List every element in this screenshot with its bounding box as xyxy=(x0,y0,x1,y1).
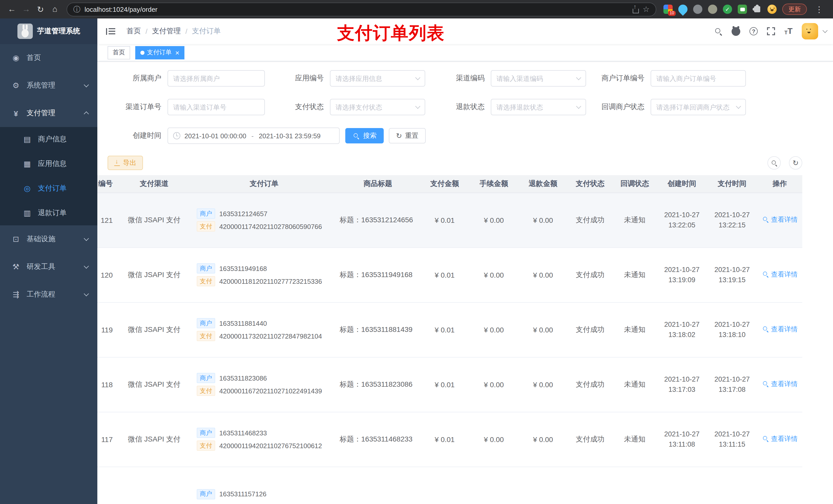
breadcrumb-current: 支付订单 xyxy=(192,27,221,36)
extension-globe-icon[interactable] xyxy=(693,5,703,14)
help-icon[interactable] xyxy=(749,27,758,35)
sidebar-item-home[interactable]: 首页 xyxy=(0,44,97,72)
channel-order-no-field[interactable] xyxy=(168,99,265,115)
toggle-search-button[interactable] xyxy=(767,156,781,170)
date-start[interactable]: 2021-10-01 00:00:00 xyxy=(185,132,246,140)
chevron-down-icon xyxy=(576,75,581,80)
browser-forward-icon[interactable] xyxy=(20,3,33,16)
merchant-order-no: 1635311823086 xyxy=(219,374,267,382)
pay-status-select[interactable] xyxy=(330,99,425,115)
pay-channel: 微信 JSAPI 支付 xyxy=(116,247,193,302)
browser-profile-avatar[interactable] xyxy=(767,5,777,14)
target-icon xyxy=(23,184,32,193)
chevron-down-icon xyxy=(84,236,89,241)
sidebar-item-refund-order[interactable]: 退款订单 xyxy=(0,201,97,225)
browser-update-button[interactable]: 更新 xyxy=(782,4,807,15)
tab-home[interactable]: 首页 xyxy=(108,46,130,59)
channel-code-input[interactable] xyxy=(496,74,574,82)
sidebar-item-payment[interactable]: 支付管理 xyxy=(0,99,97,127)
extension-check-icon[interactable] xyxy=(723,5,732,14)
merchant-order-no: 1635311468233 xyxy=(219,429,267,437)
share-icon[interactable] xyxy=(633,8,639,13)
pay-amount: ¥ 0.01 xyxy=(420,412,469,466)
view-detail-label: 查看详情 xyxy=(771,325,798,334)
table-tool-icons xyxy=(767,156,802,170)
merchant-order-no-input[interactable] xyxy=(656,74,740,82)
view-detail-link[interactable]: 查看详情 xyxy=(762,215,798,224)
site-info-icon[interactable] xyxy=(73,6,80,13)
date-end[interactable]: 2021-10-31 23:59:59 xyxy=(259,132,320,140)
view-detail-link[interactable]: 查看详情 xyxy=(762,380,798,389)
sidebar-item-pay-order[interactable]: 支付订单 xyxy=(0,176,97,201)
notify-status-select[interactable] xyxy=(651,99,746,115)
extension-colorful-icon[interactable]: 10 xyxy=(663,5,673,14)
app-title: 芋道管理系统 xyxy=(37,27,80,36)
app-input[interactable] xyxy=(336,74,413,82)
col-channel: 支付渠道 xyxy=(116,175,193,193)
app-logo-area[interactable]: 芋道管理系统 xyxy=(0,19,97,44)
refund-status-input[interactable] xyxy=(496,103,574,111)
merchant-input[interactable] xyxy=(173,74,259,82)
date-range-picker[interactable]: 2021-10-01 00:00:00 - 2021-10-31 23:59:5… xyxy=(168,127,340,144)
merchant-select[interactable] xyxy=(168,70,265,87)
view-detail-link[interactable]: 查看详情 xyxy=(762,270,798,279)
search-button-label: 搜索 xyxy=(363,131,377,140)
sidebar-item-label: 退款订单 xyxy=(38,209,67,218)
extension-circle-icon[interactable] xyxy=(708,5,717,14)
sidebar-item-app-info[interactable]: 应用信息 xyxy=(0,152,97,176)
pay-order-no: 4200001173202110272847982104 xyxy=(219,332,322,340)
extension-badge: 10 xyxy=(668,11,676,16)
extension-chat-icon[interactable] xyxy=(738,5,747,14)
refund-status-select[interactable] xyxy=(491,99,586,115)
notify-status-input[interactable] xyxy=(656,103,734,111)
sidebar-item-infrastructure[interactable]: 基础设施 xyxy=(0,225,97,253)
workflow-icon xyxy=(11,290,21,299)
extensions-puzzle-icon[interactable] xyxy=(754,6,760,12)
address-bar[interactable]: localhost:1024/pay/order xyxy=(67,2,656,16)
app-select[interactable] xyxy=(330,70,425,87)
browser-back-icon[interactable] xyxy=(5,3,19,16)
browser-menu-icon[interactable] xyxy=(812,3,826,16)
font-size-icon[interactable] xyxy=(784,27,792,35)
chevron-down-icon[interactable] xyxy=(823,28,828,33)
reset-button[interactable]: 重置 xyxy=(389,128,426,143)
monitor-icon xyxy=(11,235,21,244)
refresh-table-button[interactable] xyxy=(789,156,802,170)
close-icon[interactable] xyxy=(175,49,179,56)
view-detail-label: 查看详情 xyxy=(771,380,798,389)
extension-drop-icon[interactable] xyxy=(676,3,690,16)
page-content: 所属商户 应用编号 渠道编码 商户订单编号 渠道订单号 支付状态 退款状态 回调… xyxy=(97,62,833,504)
search-button[interactable]: 搜索 xyxy=(345,128,384,143)
channel-order-no-input[interactable] xyxy=(173,103,259,111)
pay-status-input[interactable] xyxy=(336,103,413,111)
bookmark-star-icon[interactable] xyxy=(643,5,649,14)
user-avatar[interactable] xyxy=(802,23,818,40)
col-title: 商品标题 xyxy=(336,175,420,193)
filter-label: 所属商户 xyxy=(108,74,168,83)
col-amount: 支付金额 xyxy=(420,175,469,193)
breadcrumb-home[interactable]: 首页 xyxy=(126,27,141,36)
view-detail-link[interactable]: 查看详情 xyxy=(762,434,798,443)
export-button[interactable]: 导出 xyxy=(108,156,143,170)
pay-time: 13:11:15 xyxy=(710,439,754,450)
view-detail-link[interactable]: 查看详情 xyxy=(762,325,798,334)
sidebar-item-system[interactable]: 系统管理 xyxy=(0,72,97,99)
merchant-order-no-field[interactable] xyxy=(651,70,746,87)
pay-channel: 微信 JSAPI 支付 xyxy=(116,412,193,466)
github-icon[interactable] xyxy=(732,27,740,35)
sidebar-item-devtools[interactable]: 研发工具 xyxy=(0,253,97,281)
clock-icon xyxy=(173,132,180,139)
sidebar-toggle-icon[interactable] xyxy=(106,28,115,35)
sidebar-item-merchant-info[interactable]: 商户信息 xyxy=(0,127,97,152)
fullscreen-icon[interactable] xyxy=(767,27,775,35)
browser-reload-icon[interactable] xyxy=(34,3,47,16)
search-icon[interactable] xyxy=(715,27,722,35)
table-row-partial: 商户1635311157126 xyxy=(97,466,802,504)
browser-home-icon[interactable] xyxy=(48,3,62,16)
pay-date: 2021-10-27 xyxy=(710,319,754,330)
breadcrumb-payment[interactable]: 支付管理 xyxy=(152,27,181,36)
tab-pay-order[interactable]: 支付订单 xyxy=(135,46,185,59)
channel-code-select[interactable] xyxy=(491,70,586,87)
sidebar-item-workflow[interactable]: 工作流程 xyxy=(0,281,97,308)
col-actions: 操作 xyxy=(757,175,802,193)
